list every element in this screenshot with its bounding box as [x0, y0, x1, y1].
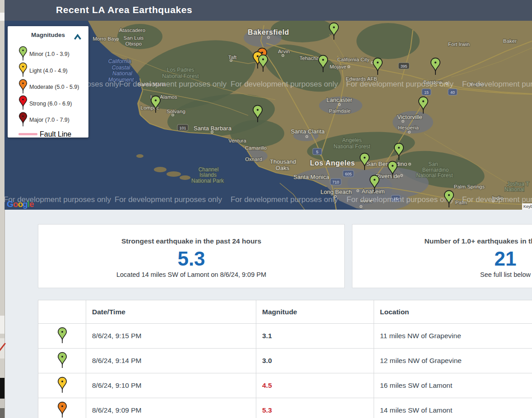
- earthquake-pin-icon: [19, 62, 28, 77]
- map-label: Taft: [228, 55, 237, 60]
- map-pin-minor[interactable]: [369, 175, 380, 194]
- map-label: Los Padres: [167, 67, 194, 73]
- map-label: Thousand: [270, 158, 296, 165]
- route-shield: 605: [343, 170, 354, 177]
- route-shield: 395: [398, 63, 409, 69]
- legend-item-label: Major (7.0 - 7.9): [29, 117, 69, 123]
- table-row[interactable]: 8/6/24, 9:15 PM3.111 miles NW of Grapevi…: [38, 324, 532, 349]
- col-location: Location: [374, 300, 532, 324]
- route-shield: 40: [448, 89, 457, 95]
- map-label: Fort Irwin: [448, 41, 470, 47]
- earthquake-pin-icon: [19, 112, 28, 127]
- map-label: National Park: [191, 178, 224, 184]
- earthquake-pin-icon: [372, 57, 383, 75]
- quake-count-card: Number of 1.0+ earthquakes in the past 2…: [352, 224, 532, 288]
- location-cell: 11 miles NW of Grapevine: [374, 324, 532, 349]
- map-label: National Forest: [416, 172, 453, 179]
- dev-watermark: For development purposes only: [115, 195, 222, 204]
- location-cell: 14 miles SW of Lamont: [374, 398, 532, 418]
- map-pin-minor[interactable]: [444, 190, 454, 210]
- magnitude-legend: Magnitudes Minor (1.0 - 3.9)Light (4.0 -…: [8, 26, 88, 138]
- map-label: Oxnard: [245, 156, 262, 162]
- map-label: Morro Bay: [93, 36, 116, 41]
- earthquake-pin-icon: [359, 152, 370, 170]
- legend-item-label: Minor (1.0 - 3.9): [29, 51, 69, 57]
- magnitude-pin-cell: [38, 398, 86, 418]
- major-pin-icon: [19, 112, 28, 129]
- map-label: Angeles: [342, 137, 361, 143]
- legend-item-label: Moderate (5.0 - 5.9): [29, 84, 79, 90]
- card-value: 5.3: [38, 248, 344, 270]
- map-label: Hesperia: [398, 125, 419, 130]
- card-title: Strongest earthquake in the past 24 hour…: [38, 237, 344, 245]
- earthquake-pin-icon: [57, 352, 67, 368]
- map-label: Solvang: [167, 109, 185, 114]
- map-label: California: [108, 58, 131, 64]
- app-header: Recent LA Area Earthquakes: [5, 0, 532, 21]
- map-label: Santa Monica: [293, 174, 329, 180]
- map-label: Los Angeles: [310, 159, 355, 167]
- page-title: Recent LA Area Earthquakes: [56, 0, 192, 20]
- map-label: Camarillo: [245, 145, 267, 151]
- svg-text:710: 710: [332, 180, 339, 184]
- card-subtitle: See full list below: [352, 271, 532, 278]
- earthquake-pin-icon: [418, 96, 429, 114]
- map-pin-minor[interactable]: [252, 105, 263, 124]
- map-pin-minor[interactable]: [372, 57, 383, 77]
- map-pin-minor[interactable]: [430, 57, 441, 77]
- map-label: Arvin: [278, 49, 290, 54]
- chevron-up-icon: [73, 33, 82, 41]
- map-pin-minor[interactable]: [258, 54, 268, 74]
- map-label: Islands: [199, 172, 217, 178]
- datetime-cell: 8/6/24, 9:14 PM: [86, 349, 256, 373]
- map-label: Oaks: [276, 165, 290, 171]
- map-pin-minor[interactable]: [418, 96, 429, 116]
- map-label: Ventura: [228, 138, 246, 143]
- google-logo-letter: g: [23, 199, 28, 209]
- dev-watermark: For development purposes only: [347, 195, 454, 204]
- svg-text:15: 15: [424, 90, 429, 95]
- legend-items: Minor (1.0 - 3.9)Light (4.0 - 4.9)Modera…: [19, 46, 86, 140]
- table-row[interactable]: 8/6/24, 9:09 PM5.314 miles SW of Lamont: [38, 398, 532, 418]
- earthquake-pin-icon: [444, 190, 454, 208]
- map-label: Atascadero: [119, 28, 145, 33]
- earthquake-pin-icon: [57, 327, 67, 344]
- earthquake-pin-icon: [258, 54, 268, 72]
- earthquake-pin-icon: [318, 55, 328, 73]
- earthquake-table: Date/Time Magnitude Location 8/6/24, 9:1…: [38, 300, 532, 418]
- earthquake-map[interactable]: 1015605710151540395Morro BayAtascaderoSa…: [5, 21, 532, 210]
- datetime-cell: 8/6/24, 9:15 PM: [86, 324, 256, 349]
- legend-item-label: Strong (6.0 - 6.9): [29, 101, 72, 107]
- keyboard-shortcuts-button[interactable]: Keyboard shortcuts: [522, 203, 532, 210]
- route-shield: 5: [313, 148, 322, 155]
- map-pin-minor[interactable]: [328, 22, 339, 42]
- map-pin-minor[interactable]: [387, 161, 398, 180]
- legend-item-label: Light (4.0 - 4.9): [29, 68, 68, 74]
- table-row[interactable]: 8/6/24, 9:14 PM3.012 miles NW of Grapevi…: [38, 349, 532, 373]
- col-datetime: Date/Time: [86, 300, 256, 324]
- map-pin-minor[interactable]: [359, 152, 370, 172]
- window-fragment: [0, 13, 5, 21]
- legend-item-moderate: Moderate (5.0 - 5.9): [19, 79, 86, 96]
- google-logo[interactable]: Google: [7, 199, 33, 209]
- map-label: Mojave: [329, 64, 346, 69]
- moderate-pin-icon: [19, 79, 28, 96]
- table-row[interactable]: 8/6/24, 9:10 PM4.516 miles SW of Lamont: [38, 373, 532, 398]
- map-pin-minor[interactable]: [150, 95, 161, 115]
- strong-pin-icon: [19, 95, 28, 112]
- map-label: National Forest: [162, 73, 199, 79]
- svg-text:101: 101: [179, 126, 186, 130]
- map-pin-minor[interactable]: [318, 55, 328, 74]
- map-label: Obispo: [125, 41, 142, 46]
- google-logo-letter: o: [18, 199, 23, 209]
- window-fragment: [0, 408, 5, 418]
- collapse-legend-button[interactable]: [73, 33, 82, 41]
- magnitude-cell: 3.0: [256, 349, 374, 373]
- route-shield: 710: [330, 179, 341, 185]
- dev-watermark: For development purposes only: [119, 80, 227, 88]
- dev-watermark: For development purposes only: [231, 80, 338, 88]
- earthquake-pin-icon: [387, 161, 398, 179]
- legend-item-light: Light (4.0 - 4.9): [19, 63, 86, 79]
- window-fragment: [0, 399, 5, 408]
- map-pin-minor[interactable]: [393, 142, 404, 162]
